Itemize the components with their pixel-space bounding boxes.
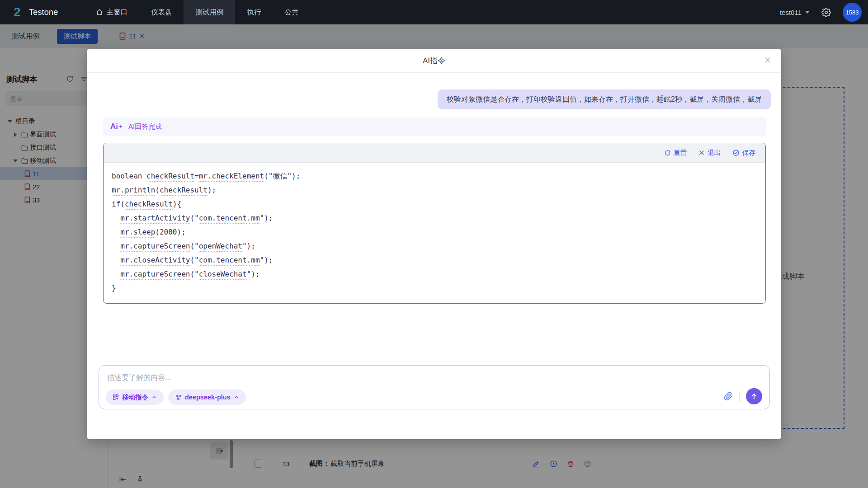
reset-button[interactable]: 重置 <box>664 149 687 157</box>
generated-code-panel: 重置 退出 保存 boolean checkResult=mr.checkEle… <box>103 143 766 304</box>
ai-sparkle-icon: Ai <box>110 122 123 131</box>
nav-item-test-cases[interactable]: 测试用例 <box>184 0 235 24</box>
username: test011 <box>780 9 802 16</box>
nav-item-dashboard[interactable]: 仪表盘 <box>139 0 184 24</box>
modal-title: AI指令 <box>87 56 781 66</box>
model-selector-chip[interactable]: deepseek-plus <box>168 389 246 405</box>
ai-command-modal: AI指令 校验对象微信是否存在，打印校验返回值，如果存在，打开微信，睡眠2秒，截… <box>87 49 781 439</box>
home-icon <box>96 9 103 16</box>
testone-logo-icon: 2 <box>10 5 24 19</box>
gear-icon[interactable] <box>821 8 831 17</box>
code-content[interactable]: boolean checkResult=mr.checkElement("微信"… <box>104 163 765 301</box>
user-menu[interactable]: test011 <box>780 9 810 16</box>
brand[interactable]: 2 Testone <box>10 5 58 19</box>
chevron-up-icon <box>234 394 239 400</box>
ai-status-row: Ai AI回答完成 <box>103 117 766 136</box>
code-toolbar: 重置 退出 保存 <box>104 143 765 163</box>
divider <box>739 391 740 402</box>
model-icon <box>175 394 182 401</box>
chevron-down-icon <box>805 11 810 14</box>
prompt-panel: 移动指令 deepseek-plus <box>99 365 770 409</box>
user-message-bubble: 校验对象微信是否存在，打印校验返回值，如果存在，打开微信，睡眠2秒，截屏，关闭微… <box>438 89 771 109</box>
chevron-up-icon <box>151 394 157 400</box>
brand-name: Testone <box>29 8 58 17</box>
nav-item-execute[interactable]: 执行 <box>235 0 273 24</box>
modal-header: AI指令 <box>87 49 781 73</box>
send-button[interactable] <box>746 388 762 404</box>
nav-item-public[interactable]: 公共 <box>273 0 310 24</box>
close-icon[interactable] <box>764 56 771 64</box>
attachment-icon[interactable] <box>724 392 733 401</box>
exit-button[interactable]: 退出 <box>698 149 721 157</box>
prompt-input[interactable] <box>106 370 651 385</box>
avatar[interactable]: 1583 <box>843 3 862 22</box>
nav-item-main-window[interactable]: 主窗口 <box>84 0 139 24</box>
grid-icon <box>113 394 119 400</box>
ai-status-text: AI回答完成 <box>128 122 162 131</box>
save-button[interactable]: 保存 <box>732 149 755 157</box>
mobile-command-chip[interactable]: 移动指令 <box>106 389 164 405</box>
top-navbar: 2 Testone 主窗口 仪表盘 测试用例 执行 公共 test011 <box>0 0 868 24</box>
